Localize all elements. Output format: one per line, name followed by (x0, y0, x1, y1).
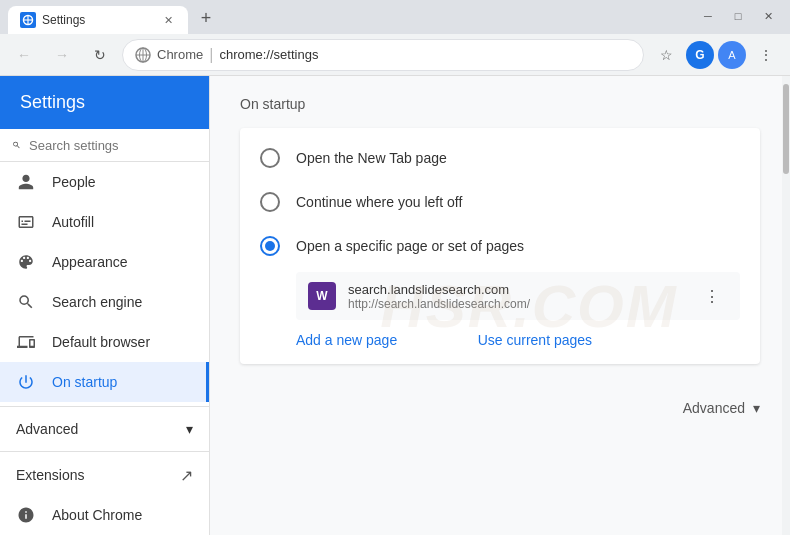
address-bar[interactable]: Chrome | chrome://settings (122, 39, 644, 71)
sidebar-extensions-label: Extensions (16, 467, 84, 483)
sidebar-item-advanced[interactable]: Advanced ▾ (0, 411, 209, 448)
sidebar-people-label: People (52, 174, 96, 190)
sidebar-item-appearance[interactable]: Appearance (0, 242, 209, 282)
sidebar-item-search-engine[interactable]: Search engine (0, 282, 209, 322)
user-avatar-icon[interactable]: A (718, 41, 746, 69)
radio-btn-specific-page[interactable] (260, 236, 280, 256)
refresh-button[interactable]: ↻ (84, 39, 116, 71)
radio-label-continue: Continue where you left off (296, 194, 462, 210)
entry-text: search.landslidesearch.com http://search… (348, 282, 684, 311)
tab-favicon (20, 12, 36, 28)
sidebar-about-chrome-label: About Chrome (52, 507, 142, 523)
radio-btn-continue[interactable] (260, 192, 280, 212)
site-security-icon (135, 47, 151, 63)
startup-card: Open the New Tab page Continue where you… (240, 128, 760, 364)
window-controls: ─ □ ✕ (694, 6, 782, 26)
sidebar-item-default-browser[interactable]: Default browser (0, 322, 209, 362)
section-title: On startup (240, 96, 760, 112)
menu-icon[interactable]: ⋮ (750, 39, 782, 71)
sidebar-search-engine-label: Search engine (52, 294, 142, 310)
title-bar: Settings ✕ + ─ □ ✕ (0, 0, 790, 34)
forward-button[interactable]: → (46, 39, 78, 71)
sidebar-default-browser-label: Default browser (52, 334, 150, 350)
active-tab[interactable]: Settings ✕ (8, 6, 188, 34)
browser-content: Settings People Autofill (0, 76, 790, 535)
sidebar-header: Settings (0, 76, 209, 129)
on-startup-icon (16, 372, 36, 392)
entry-title: search.landslidesearch.com (348, 282, 684, 297)
startup-entry: W search.landslidesearch.com http://sear… (296, 272, 740, 320)
external-link-icon: ↗ (180, 466, 193, 485)
tab-title: Settings (42, 13, 154, 27)
close-button[interactable]: ✕ (754, 6, 782, 26)
sidebar-search-input[interactable] (29, 138, 197, 153)
address-separator: | (209, 46, 213, 64)
browser-frame: Settings ✕ + ─ □ ✕ ← → ↻ Chrome | chrome… (0, 0, 790, 535)
back-button[interactable]: ← (8, 39, 40, 71)
toolbar-right: ☆ G A ⋮ (650, 39, 782, 71)
add-new-page-button[interactable]: Add a new page (240, 324, 417, 356)
sidebar-search-icon (12, 137, 21, 153)
advanced-chevron-icon: ▾ (186, 421, 193, 437)
browser-toolbar: ← → ↻ Chrome | chrome://settings ☆ G A ⋮ (0, 34, 790, 76)
google-search-icon[interactable]: G (686, 41, 714, 69)
main-panel: On startup Open the New Tab page Continu… (210, 76, 790, 535)
entry-url: http://search.landslidesearch.com/ (348, 297, 684, 311)
bottom-chevron-icon: ▾ (753, 400, 760, 416)
address-url[interactable]: chrome://settings (219, 47, 318, 62)
maximize-button[interactable]: □ (724, 6, 752, 26)
new-tab-button[interactable]: + (192, 4, 220, 32)
default-browser-icon (16, 332, 36, 352)
sidebar-on-startup-label: On startup (52, 374, 117, 390)
autofill-icon (16, 212, 36, 232)
about-chrome-icon (16, 505, 36, 525)
address-site-name: Chrome (157, 47, 203, 62)
radio-label-specific-page: Open a specific page or set of pages (296, 238, 524, 254)
advanced-left: Advanced (16, 421, 78, 437)
sidebar-divider (0, 406, 209, 407)
radio-option-continue[interactable]: Continue where you left off (240, 180, 760, 224)
entry-more-button[interactable]: ⋮ (696, 280, 728, 312)
search-engine-icon (16, 292, 36, 312)
sidebar-advanced-label: Advanced (16, 421, 78, 437)
radio-btn-new-tab[interactable] (260, 148, 280, 168)
person-icon (16, 172, 36, 192)
sidebar-autofill-label: Autofill (52, 214, 94, 230)
minimize-button[interactable]: ─ (694, 6, 722, 26)
entry-favicon: W (308, 282, 336, 310)
sidebar-divider-2 (0, 451, 209, 452)
use-current-pages-button[interactable]: Use current pages (422, 324, 612, 356)
sidebar-item-about-chrome[interactable]: About Chrome (0, 495, 209, 535)
radio-label-new-tab: Open the New Tab page (296, 150, 447, 166)
bottom-advanced-section[interactable]: Advanced ▾ (210, 384, 790, 432)
extensions-left: Extensions (16, 467, 84, 483)
sidebar-item-people[interactable]: People (0, 162, 209, 202)
content-area: On startup Open the New Tab page Continu… (210, 76, 790, 384)
radio-option-new-tab[interactable]: Open the New Tab page (240, 136, 760, 180)
radio-option-specific-page[interactable]: Open a specific page or set of pages (240, 224, 760, 268)
scrollbar-track[interactable] (782, 76, 790, 535)
sidebar-item-extensions[interactable]: Extensions ↗ (0, 456, 209, 495)
bookmark-star-icon[interactable]: ☆ (650, 39, 682, 71)
tab-close-button[interactable]: ✕ (160, 12, 176, 28)
sidebar-appearance-label: Appearance (52, 254, 128, 270)
sidebar: Settings People Autofill (0, 76, 210, 535)
appearance-icon (16, 252, 36, 272)
sidebar-item-on-startup[interactable]: On startup (0, 362, 209, 402)
scrollbar-thumb[interactable] (783, 84, 789, 174)
sidebar-item-autofill[interactable]: Autofill (0, 202, 209, 242)
bottom-advanced-label: Advanced (683, 400, 745, 416)
